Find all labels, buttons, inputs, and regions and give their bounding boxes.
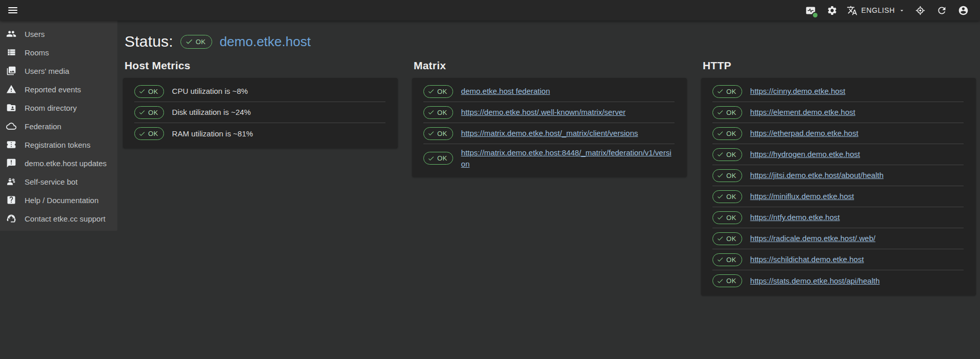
app-bar: ENGLISH bbox=[0, 0, 980, 21]
status-header: Status: OK demo.etke.host bbox=[125, 33, 980, 50]
refresh-icon bbox=[936, 5, 947, 16]
section-card: OK demo.etke.host federation OK https://… bbox=[412, 78, 687, 177]
ok-chip: OK bbox=[712, 127, 742, 140]
check-row: OK Disk utilization is ~24% bbox=[134, 102, 385, 123]
ok-chip: OK bbox=[712, 232, 742, 245]
status-chip-label: OK bbox=[196, 38, 206, 46]
status-columns: Host Metrics OK CPU utilization is ~8% O… bbox=[123, 59, 976, 295]
check-link[interactable]: https://matrix.demo.etke.host/_matrix/cl… bbox=[461, 128, 638, 139]
check-link[interactable]: https://matrix.demo.etke.host:8448/_matr… bbox=[461, 147, 675, 170]
ok-chip: OK bbox=[712, 211, 742, 224]
monitoring-status-button[interactable] bbox=[803, 3, 818, 18]
check-row: OK https://element.demo.etke.host bbox=[712, 102, 964, 123]
status-badge-dot bbox=[813, 13, 818, 17]
check-icon bbox=[427, 130, 435, 137]
check-row: OK https://radicale.demo.etke.host/.web/ bbox=[712, 228, 964, 249]
ok-chip: OK bbox=[423, 85, 453, 98]
hamburger-menu-icon bbox=[5, 7, 21, 13]
status-section: HTTP OK https://cinny.demo.etke.host OK … bbox=[701, 59, 976, 295]
hamburger-menu-button[interactable] bbox=[5, 3, 21, 18]
ok-chip: OK bbox=[712, 85, 742, 98]
page-title: Status: bbox=[125, 33, 173, 50]
check-icon bbox=[717, 277, 724, 285]
status-section: Host Metrics OK CPU utilization is ~8% O… bbox=[123, 59, 398, 295]
main-content: Status: OK demo.etke.host Host Metrics O… bbox=[0, 21, 980, 295]
language-selector[interactable]: ENGLISH bbox=[846, 5, 906, 16]
ok-chip: OK bbox=[712, 106, 742, 119]
check-icon bbox=[717, 214, 724, 221]
ok-chip: OK bbox=[423, 152, 453, 165]
ok-chip: OK bbox=[423, 127, 453, 140]
check-row: OK https://hydrogen.demo.etke.host bbox=[712, 144, 964, 165]
check-text: Disk utilization is ~24% bbox=[172, 107, 251, 118]
ok-chip: OK bbox=[712, 274, 742, 287]
ok-chip: OK bbox=[134, 106, 164, 119]
check-link[interactable]: https://element.demo.etke.host bbox=[750, 107, 855, 118]
section-card: OK CPU utilization is ~8% OK Disk utiliz… bbox=[123, 78, 398, 148]
check-link[interactable]: demo.etke.host federation bbox=[461, 86, 550, 97]
check-icon bbox=[185, 37, 193, 46]
check-row: OK https://stats.demo.etke.host/api/heal… bbox=[712, 270, 964, 291]
check-icon bbox=[138, 109, 146, 116]
appbar-actions: ENGLISH bbox=[803, 3, 971, 18]
check-icon bbox=[717, 130, 724, 137]
ok-chip: OK bbox=[712, 169, 742, 182]
check-row: OK https://matrix.demo.etke.host/_matrix… bbox=[423, 123, 675, 144]
check-row: OK https://miniflux.demo.etke.host bbox=[712, 186, 964, 207]
account-menu-button[interactable] bbox=[955, 3, 971, 18]
ok-chip: OK bbox=[712, 253, 742, 266]
check-link[interactable]: https://jitsi.demo.etke.host/about/healt… bbox=[750, 170, 884, 181]
host-link[interactable]: demo.etke.host bbox=[219, 34, 311, 50]
chevron-down-icon bbox=[899, 7, 905, 14]
theme-toggle-button[interactable] bbox=[912, 3, 928, 18]
check-link[interactable]: https://radicale.demo.etke.host/.web/ bbox=[750, 233, 875, 244]
theme-brightness-icon bbox=[915, 5, 926, 16]
status-ok-chip: OK bbox=[180, 35, 213, 49]
check-icon bbox=[138, 130, 146, 137]
check-link[interactable]: https://stats.demo.etke.host/api/health bbox=[750, 275, 880, 287]
settings-gear-icon bbox=[827, 5, 838, 16]
check-row: OK https://ntfy.demo.etke.host bbox=[712, 207, 964, 228]
check-text: RAM utilization is ~81% bbox=[172, 128, 253, 139]
ok-chip: OK bbox=[134, 85, 164, 98]
section-title: Host Metrics bbox=[125, 59, 398, 72]
account-circle-icon bbox=[958, 5, 969, 16]
ok-chip: OK bbox=[712, 148, 742, 161]
check-icon bbox=[717, 172, 724, 179]
check-row: OK RAM utilization is ~81% bbox=[134, 123, 385, 144]
ok-chip: OK bbox=[423, 106, 453, 119]
check-icon bbox=[717, 193, 724, 200]
check-link[interactable]: https://demo.etke.host/.well-known/matri… bbox=[461, 107, 626, 118]
check-link[interactable]: https://ntfy.demo.etke.host bbox=[750, 212, 840, 223]
check-text: CPU utilization is ~8% bbox=[172, 86, 248, 97]
check-row: OK https://matrix.demo.etke.host:8448/_m… bbox=[423, 144, 675, 173]
check-link[interactable]: https://schildichat.demo.etke.host bbox=[750, 254, 864, 265]
check-icon bbox=[717, 151, 724, 158]
check-row: OK https://demo.etke.host/.well-known/ma… bbox=[423, 102, 675, 123]
check-link[interactable]: https://miniflux.demo.etke.host bbox=[750, 191, 854, 202]
ok-chip: OK bbox=[712, 190, 742, 203]
check-row: OK CPU utilization is ~8% bbox=[134, 81, 385, 102]
check-icon bbox=[717, 256, 724, 263]
check-icon bbox=[717, 235, 724, 242]
ok-chip: OK bbox=[134, 127, 164, 140]
check-row: OK https://schildichat.demo.etke.host bbox=[712, 249, 964, 270]
check-link[interactable]: https://etherpad.demo.etke.host bbox=[750, 128, 859, 139]
check-icon bbox=[427, 155, 435, 162]
check-icon bbox=[138, 88, 146, 95]
check-row: OK https://jitsi.demo.etke.host/about/he… bbox=[712, 165, 964, 186]
settings-button[interactable] bbox=[824, 3, 840, 18]
check-row: OK https://cinny.demo.etke.host bbox=[712, 81, 964, 102]
check-row: OK https://etherpad.demo.etke.host bbox=[712, 123, 964, 144]
check-icon bbox=[717, 109, 724, 116]
check-icon bbox=[427, 88, 435, 95]
language-label: ENGLISH bbox=[861, 6, 895, 14]
check-icon bbox=[427, 109, 435, 116]
section-card: OK https://cinny.demo.etke.host OK https… bbox=[701, 78, 976, 295]
check-link[interactable]: https://hydrogen.demo.etke.host bbox=[750, 149, 860, 160]
section-title: Matrix bbox=[414, 59, 687, 72]
refresh-button[interactable] bbox=[934, 3, 949, 18]
check-link[interactable]: https://cinny.demo.etke.host bbox=[750, 86, 846, 97]
check-icon bbox=[717, 88, 724, 95]
check-row: OK demo.etke.host federation bbox=[423, 81, 675, 102]
